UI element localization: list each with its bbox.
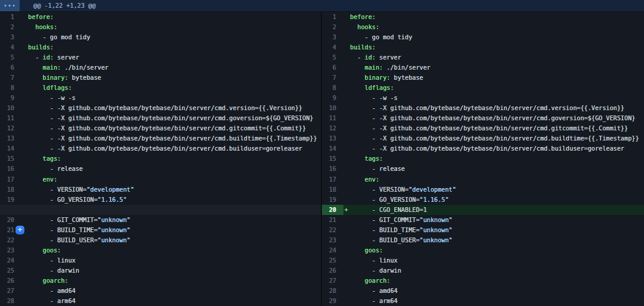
new-line-code[interactable]: - -w -s [343, 93, 644, 103]
new-line-code[interactable]: env: [343, 174, 644, 185]
new-line-code[interactable]: - release [343, 164, 644, 174]
old-line-code[interactable]: - id: server [21, 52, 321, 63]
old-line-code[interactable]: main: ./bin/server [21, 63, 321, 73]
new-line-number[interactable]: 3 [322, 32, 343, 42]
old-line-number[interactable]: 13 [0, 133, 21, 143]
new-line-code[interactable]: tags: [343, 154, 644, 164]
new-line-number[interactable]: 16 [322, 164, 343, 174]
old-line-number[interactable]: 5 [0, 52, 21, 63]
old-line-number[interactable]: 27 [0, 286, 21, 296]
new-line-code[interactable]: - go mod tidy [343, 32, 644, 42]
new-line-code[interactable]: - -X github.com/bytebase/bytebase/bin/se… [343, 113, 644, 123]
new-line-number[interactable]: 15 [322, 154, 343, 164]
old-line-number[interactable]: 6 [0, 63, 21, 73]
new-line-number[interactable]: 7 [322, 73, 343, 83]
old-line-number[interactable]: 16 [0, 164, 21, 174]
new-line-number[interactable]: 11 [322, 113, 343, 123]
new-line-number[interactable]: 13 [322, 133, 343, 143]
new-line-code[interactable]: - darwin [343, 266, 644, 276]
new-line-code[interactable]: goarch: [343, 276, 644, 286]
new-line-code[interactable]: - arm64 [343, 296, 644, 306]
old-line-number[interactable]: 17 [0, 174, 21, 185]
new-line-code[interactable]: before: [343, 12, 644, 22]
old-line-number[interactable]: 22 [0, 235, 21, 245]
old-line-number[interactable]: 14 [0, 143, 21, 154]
old-line-code[interactable]: ldflags: [21, 83, 321, 93]
old-line-number[interactable]: 20 [0, 215, 21, 225]
old-line-number[interactable]: 28 [0, 296, 21, 306]
old-line-number[interactable]: 26 [0, 276, 21, 286]
old-line-number[interactable]: 10 [0, 103, 21, 113]
new-line-number[interactable]: 2 [322, 22, 343, 32]
expand-hunk-button[interactable]: ••• [0, 0, 20, 11]
old-line-code[interactable]: - -X github.com/bytebase/bytebase/bin/se… [21, 133, 321, 143]
old-line-code[interactable]: - GO_VERSION="1.16.5" [21, 195, 321, 205]
new-line-number[interactable]: 4 [322, 42, 343, 52]
new-line-number[interactable]: 6 [322, 63, 343, 73]
old-line-number[interactable]: 11 [0, 113, 21, 123]
new-line-code[interactable]: - BUILD_USER="unknown" [343, 235, 644, 245]
old-line-code[interactable]: - -w -s [21, 93, 321, 103]
new-line-number[interactable]: 23 [322, 235, 343, 245]
new-line-code[interactable]: - id: server [343, 52, 644, 63]
new-line-number[interactable]: 27 [322, 276, 343, 286]
new-line-number[interactable]: 10 [322, 103, 343, 113]
new-line-code[interactable]: - -X github.com/bytebase/bytebase/bin/se… [343, 103, 644, 113]
new-line-number[interactable]: 17 [322, 174, 343, 185]
old-line-code[interactable]: hooks: [21, 22, 321, 32]
old-line-number[interactable]: 3 [0, 32, 21, 42]
new-line-number[interactable]: 20 [322, 205, 343, 215]
new-line-code[interactable]: binary: bytebase [343, 73, 644, 83]
new-line-number[interactable]: 29 [322, 296, 343, 306]
old-line-number[interactable]: 9 [0, 93, 21, 103]
old-line-code[interactable]: - VERSION="development" [21, 185, 321, 195]
old-line-code[interactable]: - release [21, 164, 321, 174]
new-line-number[interactable]: 26 [322, 266, 343, 276]
new-line-number[interactable]: 5 [322, 52, 343, 63]
old-line-code[interactable]: tags: [21, 154, 321, 164]
old-line-code[interactable]: - linux [21, 255, 321, 266]
new-line-code[interactable]: - amd64 [343, 286, 644, 296]
old-line-number[interactable]: 15 [0, 154, 21, 164]
old-line-number[interactable]: 24 [0, 255, 21, 266]
old-line-code[interactable]: goarch: [21, 276, 321, 286]
old-line-code[interactable]: binary: bytebase [21, 73, 321, 83]
old-line-code[interactable]: - go mod tidy [21, 32, 321, 42]
old-line-code[interactable]: - amd64 [21, 286, 321, 296]
new-line-code[interactable]: - -X github.com/bytebase/bytebase/bin/se… [343, 133, 644, 143]
new-line-number[interactable]: 21 [322, 215, 343, 225]
old-line-number[interactable]: 23 [0, 245, 21, 255]
old-line-number[interactable]: 8 [0, 83, 21, 93]
new-line-number[interactable]: 22 [322, 225, 343, 235]
old-line-code[interactable]: - -X github.com/bytebase/bytebase/bin/se… [21, 123, 321, 133]
old-line-code[interactable]: - -X github.com/bytebase/bytebase/bin/se… [21, 113, 321, 123]
new-line-code[interactable]: - GIT_COMMIT="unknown" [343, 215, 644, 225]
old-line-code[interactable]: - BUILD_USER="unknown" [21, 235, 321, 245]
new-line-code[interactable]: ldflags: [343, 83, 644, 93]
old-line-number[interactable]: 4 [0, 42, 21, 52]
old-line-number[interactable]: 2 [0, 22, 21, 32]
old-line-code[interactable]: - darwin [21, 266, 321, 276]
old-line-code[interactable]: builds: [21, 42, 321, 52]
old-line-code[interactable]: - -X github.com/bytebase/bytebase/bin/se… [21, 103, 321, 113]
new-line-code[interactable]: - linux [343, 255, 644, 266]
old-line-code[interactable]: - GIT_COMMIT="unknown" [21, 215, 321, 225]
new-line-code[interactable]: goos: [343, 245, 644, 255]
new-line-number[interactable]: 9 [322, 93, 343, 103]
new-line-number[interactable]: 24 [322, 245, 343, 255]
new-line-number[interactable]: 18 [322, 185, 343, 195]
new-line-code[interactable]: - VERSION="development" [343, 185, 644, 195]
old-line-code[interactable]: - -X github.com/bytebase/bytebase/bin/se… [21, 143, 321, 154]
old-line-code[interactable]: goos: [21, 245, 321, 255]
old-line-code[interactable]: - BUILD_TIME="unknown" [21, 225, 321, 235]
new-line-number[interactable]: 12 [322, 123, 343, 133]
old-line-number[interactable]: 18 [0, 185, 21, 195]
new-line-number[interactable]: 8 [322, 83, 343, 93]
old-line-number[interactable]: 7 [0, 73, 21, 83]
add-comment-button[interactable]: + [16, 226, 24, 235]
old-line-number[interactable]: 12 [0, 123, 21, 133]
new-line-code[interactable]: - -X github.com/bytebase/bytebase/bin/se… [343, 143, 644, 154]
new-line-number[interactable]: 25 [322, 255, 343, 266]
old-line-number[interactable]: 1 [0, 12, 21, 22]
new-line-code[interactable]: - GO_VERSION="1.16.5" [343, 195, 644, 205]
